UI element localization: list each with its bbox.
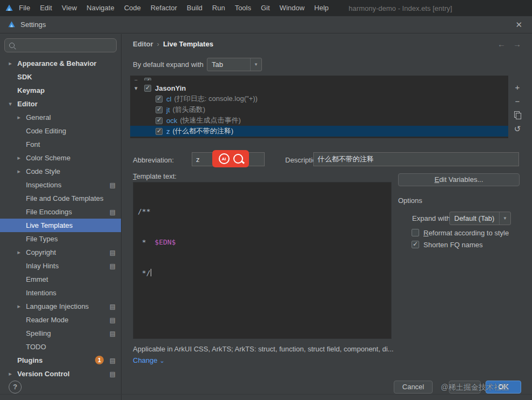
code-line: * $EDN$ [138, 237, 387, 247]
sidebar-item-general[interactable]: ▸General [0, 111, 121, 124]
sidebar-item-label: TODO [26, 343, 46, 351]
sidebar-item-file-and-code-templates[interactable]: File and Code Templates [0, 192, 121, 205]
template-group-checkbox[interactable] [144, 85, 151, 92]
sidebar-item-reader-mode[interactable]: Reader Mode▤ [0, 313, 121, 327]
in-editor-settings-icon: ▤ [110, 330, 116, 337]
sidebar-item-label: Font [26, 140, 40, 148]
cancel-button[interactable]: Cancel [394, 381, 433, 394]
change-link[interactable]: Change⌄ [133, 356, 165, 364]
sidebar-item-keymap[interactable]: Keymap [0, 84, 121, 97]
sidebar-item-language-injections[interactable]: ▸Language Injections▤ [0, 300, 121, 313]
in-editor-settings-icon: ▤ [110, 303, 116, 310]
sidebar-item-spelling[interactable]: Spelling▤ [0, 327, 121, 340]
menu-code[interactable]: Code [119, 0, 146, 16]
sidebar-item-editor[interactable]: ▾Editor [0, 97, 121, 111]
search-icon [9, 43, 15, 48]
sidebar-item-label: Language Injections [26, 302, 89, 310]
in-editor-settings-icon: ▤ [110, 249, 116, 256]
magnifier-icon [233, 154, 243, 164]
sidebar-item-code-style[interactable]: ▸Code Style [0, 165, 121, 178]
sidebar-item-inspections[interactable]: Inspections▤ [0, 178, 121, 192]
template-row-cl[interactable]: cl (打印日志: console.log("+)) [130, 93, 508, 104]
menu-navigate[interactable]: Navigate [82, 0, 119, 16]
template-text-editor[interactable]: /** * $EDN$ */ [133, 182, 392, 339]
default-expand-combo[interactable]: Tab ▼ [207, 58, 262, 71]
duplicate-icon[interactable] [510, 108, 524, 122]
menu-tools[interactable]: Tools [230, 0, 256, 16]
back-icon[interactable]: ← [497, 39, 506, 49]
description-input[interactable]: 什么都不带的注释 [313, 152, 519, 166]
chevron-down-icon: ▾ [8, 100, 13, 107]
sidebar-item-intentions[interactable]: Intentions [0, 286, 121, 300]
search-input[interactable] [4, 38, 117, 52]
sidebar-item-copyright[interactable]: ▸Copyright▤ [0, 246, 121, 259]
close-icon[interactable]: ✕ [515, 20, 522, 30]
sidebar-item-code-editing[interactable]: Code Editing [0, 124, 121, 138]
menu-window[interactable]: Window [275, 0, 309, 16]
applicable-text: Applicable in ArkUI CSS, ArkTS; ArkTS: s… [133, 345, 394, 353]
sidebar-item-appearance-behavior[interactable]: ▸Appearance & Behavior [0, 57, 121, 70]
sidebar-item-version-control[interactable]: ▸Version Control▤ [0, 367, 121, 381]
shorten-fq-checkbox[interactable] [412, 241, 419, 248]
sidebar-item-color-scheme[interactable]: ▸Color Scheme [0, 151, 121, 165]
chevron-down-icon: ▾ [134, 78, 141, 81]
menu-run[interactable]: Run [207, 0, 230, 16]
menu-bar: File Edit View Navigate Code Refactor Bu… [0, 0, 532, 16]
sidebar-item-file-encodings[interactable]: File Encodings▤ [0, 205, 121, 219]
chevron-right-icon: ▸ [16, 249, 22, 256]
menu-view[interactable]: View [57, 0, 82, 16]
template-checkbox[interactable] [156, 128, 163, 135]
breadcrumb-editor[interactable]: Editor [133, 40, 153, 48]
annotation-overlay: AI [212, 150, 249, 167]
template-row-jt[interactable]: jt (箭头函数) [130, 104, 508, 115]
expand-with-combo[interactable]: Default (Tab) ▼ [449, 212, 511, 225]
sidebar-item-sdk[interactable]: SDK [0, 70, 121, 84]
breadcrumb: Editor›Live Templates [133, 40, 213, 48]
in-editor-settings-icon: ▤ [110, 370, 116, 378]
template-group-row[interactable]: ▾ JasonYin [130, 83, 508, 93]
menu-help[interactable]: Help [309, 0, 334, 16]
sidebar-item-label: Version Control [17, 370, 70, 378]
reformat-checkbox[interactable] [412, 229, 419, 236]
revert-icon[interactable]: ↺ [510, 122, 524, 136]
sidebar-item-todo[interactable]: TODO [0, 340, 121, 354]
template-checkbox[interactable] [156, 106, 163, 113]
template-row-z[interactable]: z (什么都不带的注释) [130, 126, 508, 137]
add-icon[interactable]: + [510, 80, 524, 94]
template-row-ock[interactable]: ock (快速生成点击事件) [130, 115, 508, 126]
in-editor-settings-icon: ▤ [110, 262, 116, 270]
edit-variables-button[interactable]: Edit Variables... [398, 173, 520, 186]
template-checkbox[interactable] [156, 117, 163, 124]
sidebar-item-label: Keymap [17, 86, 45, 94]
menu-edit[interactable]: Edit [35, 0, 57, 16]
sidebar-item-label: Appearance & Behavior [17, 59, 97, 67]
sidebar-item-live-templates[interactable]: Live Templates [0, 219, 121, 232]
deveco-logo-icon [6, 20, 16, 30]
template-list[interactable]: ▾ ▾ JasonYin cl (打印日志: console.log("+)) … [130, 76, 508, 138]
menu-git[interactable]: Git [256, 0, 275, 16]
default-expand-label: By default expand with [133, 60, 204, 69]
template-checkbox[interactable] [156, 96, 163, 103]
sidebar-item-label: Code Editing [26, 127, 66, 135]
settings-dialog: Settings ✕ ▸Appearance & Behavior SDK Ke… [0, 16, 532, 400]
chevron-right-icon: ▸ [16, 303, 22, 310]
menu-refactor[interactable]: Refactor [146, 0, 182, 16]
template-checkbox[interactable] [144, 78, 151, 81]
app-logo-icon [4, 3, 14, 13]
comment-text: * [138, 238, 154, 246]
forward-icon[interactable]: → [513, 39, 521, 49]
sidebar-item-font[interactable]: Font [0, 138, 121, 151]
template-desc: (箭头函数) [173, 105, 206, 114]
menu-file[interactable]: File [14, 0, 35, 16]
sidebar-item-file-types[interactable]: File Types [0, 232, 121, 246]
code-line: /** [138, 206, 387, 216]
sidebar-item-inlay-hints[interactable]: Inlay Hints▤ [0, 259, 121, 273]
menu-build[interactable]: Build [182, 0, 207, 16]
sidebar-item-label: Code Style [26, 167, 60, 175]
remove-icon[interactable]: − [510, 94, 524, 108]
sidebar-item-emmet[interactable]: Emmet [0, 273, 121, 286]
help-icon[interactable]: ? [9, 381, 22, 394]
abbreviation-label: Abbreviation: [133, 156, 174, 164]
chevron-down-icon: ▼ [250, 58, 261, 71]
sidebar-item-plugins[interactable]: Plugins1▤ [0, 354, 121, 367]
